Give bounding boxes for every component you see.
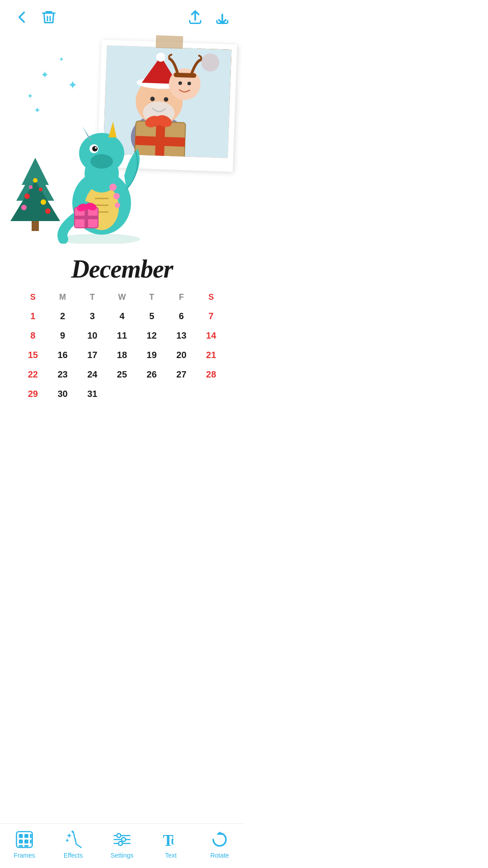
svg-point-5 — [41, 199, 46, 205]
svg-marker-25 — [108, 122, 117, 137]
cal-day-7: 7 — [196, 307, 226, 325]
svg-point-11 — [59, 234, 140, 244]
calendar-week-5: 29 30 31 — [18, 385, 226, 403]
cal-day-6: 6 — [167, 307, 197, 325]
cal-day-27: 27 — [167, 366, 197, 383]
cal-day-17: 17 — [77, 346, 107, 364]
cal-day-12: 12 — [137, 327, 167, 344]
cal-day-empty-4 — [196, 385, 226, 403]
cal-day-1: 1 — [18, 307, 48, 325]
svg-rect-3 — [32, 221, 39, 231]
upload-button[interactable] — [187, 9, 203, 28]
cal-day-empty-1 — [107, 385, 137, 403]
calendar-week-4: 22 23 24 25 26 27 28 — [18, 366, 226, 383]
cal-day-24: 24 — [77, 366, 107, 383]
svg-point-35 — [84, 205, 89, 210]
cal-day-19: 19 — [137, 346, 167, 364]
cal-day-8: 8 — [18, 327, 48, 344]
cal-day-22: 22 — [18, 366, 48, 383]
header-mon: M — [48, 291, 78, 304]
svg-point-9 — [29, 185, 33, 189]
cal-day-15: 15 — [18, 346, 48, 364]
upload-icon — [187, 9, 203, 25]
cal-day-4: 4 — [107, 307, 137, 325]
cal-day-14: 14 — [196, 327, 226, 344]
cal-day-empty-2 — [137, 385, 167, 403]
cal-day-3: 3 — [77, 307, 107, 325]
cal-day-23: 23 — [48, 366, 78, 383]
cal-day-11: 11 — [107, 327, 137, 344]
back-icon — [14, 9, 30, 25]
sparkle-4: ✦ — [59, 56, 64, 63]
cal-day-9: 9 — [48, 327, 78, 344]
svg-rect-32 — [75, 216, 98, 219]
header-fri: F — [167, 291, 197, 304]
svg-point-8 — [33, 178, 38, 183]
calendar-week-1: 1 2 3 4 5 6 7 — [18, 307, 226, 325]
cal-day-16: 16 — [48, 346, 78, 364]
cal-day-31: 31 — [77, 385, 107, 403]
back-button[interactable] — [14, 9, 30, 28]
toolbar — [0, 0, 244, 33]
calendar-section: December S M T W T F S 1 2 3 4 5 6 7 8 9… — [0, 250, 244, 414]
header-tue: T — [77, 291, 107, 304]
svg-point-38 — [115, 203, 120, 208]
delete-icon — [41, 9, 57, 25]
tape-decoration — [155, 35, 183, 49]
toolbar-left — [14, 9, 57, 28]
svg-point-4 — [24, 193, 30, 199]
calendar-grid: S M T W T F S 1 2 3 4 5 6 7 8 9 10 11 12… — [18, 291, 226, 403]
svg-point-36 — [109, 184, 117, 191]
cal-day-21: 21 — [196, 346, 226, 364]
svg-point-10 — [39, 188, 42, 191]
sparkle-1: ✦ — [41, 69, 49, 81]
svg-point-37 — [113, 193, 120, 199]
svg-point-6 — [21, 205, 27, 210]
svg-point-21 — [92, 146, 98, 151]
dragon-illustration — [50, 108, 149, 245]
canvas-area[interactable]: ✦ ✦ ✦ ✦ ✦ — [0, 33, 244, 250]
toolbar-right — [187, 9, 230, 28]
download-icon — [214, 9, 230, 25]
cal-day-29: 29 — [18, 385, 48, 403]
sparkle-3: ✦ — [68, 78, 78, 92]
cal-day-18: 18 — [107, 346, 137, 364]
month-title: December — [14, 255, 230, 283]
download-button[interactable] — [214, 9, 230, 28]
calendar-week-2: 8 9 10 11 12 13 14 — [18, 327, 226, 344]
cal-day-empty-3 — [167, 385, 197, 403]
calendar-week-3: 15 16 17 18 19 20 21 — [18, 346, 226, 364]
cal-day-25: 25 — [107, 366, 137, 383]
sparkle-5: ✦ — [34, 105, 41, 115]
cal-day-26: 26 — [137, 366, 167, 383]
cal-day-30: 30 — [48, 385, 78, 403]
cal-day-5: 5 — [137, 307, 167, 325]
svg-point-22 — [95, 147, 97, 149]
calendar-header: S M T W T F S — [18, 291, 226, 304]
header-sun: S — [18, 291, 48, 304]
svg-point-19 — [90, 154, 113, 169]
cal-day-28: 28 — [196, 366, 226, 383]
cal-day-10: 10 — [77, 327, 107, 344]
cal-day-20: 20 — [167, 346, 197, 364]
cal-day-2: 2 — [48, 307, 78, 325]
cal-day-13: 13 — [167, 327, 197, 344]
header-thu: T — [137, 291, 167, 304]
delete-button[interactable] — [41, 9, 57, 28]
sparkle-2: ✦ — [27, 92, 33, 100]
header-sat: S — [196, 291, 226, 304]
header-wed: W — [107, 291, 137, 304]
